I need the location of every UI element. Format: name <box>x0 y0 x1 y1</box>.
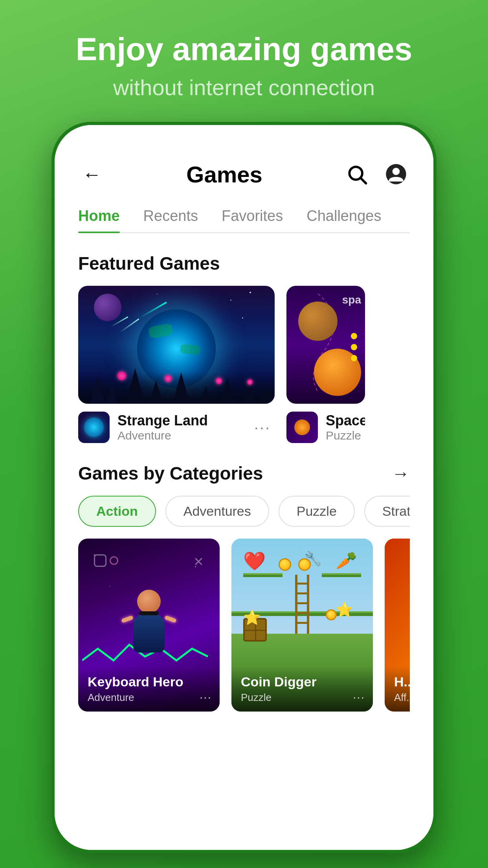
space-name: Space <box>326 412 365 429</box>
game-card-coin-digger[interactable]: ❤️ 🥕 <box>231 539 373 712</box>
phone-frame: ← Games <box>51 122 437 853</box>
coin-digger-image: ❤️ 🥕 <box>231 539 373 712</box>
category-chips: Action Adventures Puzzle Strategy <box>78 496 410 527</box>
strange-land-thumb-bg <box>78 412 110 443</box>
app-title: Games <box>186 161 262 188</box>
app-content: ← Games <box>55 125 433 850</box>
star-icon-2: ⭐ <box>336 601 353 618</box>
search-button[interactable] <box>343 160 371 188</box>
food-coin-1 <box>351 333 357 339</box>
strange-land-more-button[interactable]: ··· <box>250 416 275 439</box>
space-category: Puzzle <box>326 429 365 442</box>
keyboard-hero-overlay-name: Keyboard Hero <box>88 674 210 690</box>
categories-arrow-button[interactable]: → <box>392 463 410 484</box>
profile-icon <box>385 163 407 185</box>
category-chip-action[interactable]: Action <box>78 496 156 527</box>
coin-digger-overlay-name: Coin Digger <box>241 674 363 690</box>
strange-land-info: Strange Land Adventure ··· <box>78 412 275 443</box>
hero-subtitle: without internet connection <box>24 75 464 100</box>
category-games-grid: ✕ <box>78 539 410 712</box>
heart-icon: ❤️ <box>243 550 266 572</box>
svg-point-3 <box>393 168 400 175</box>
pink-dot-1 <box>117 371 126 380</box>
tab-recents[interactable]: Recents <box>143 208 198 232</box>
featured-scroll[interactable]: Strange Land Adventure ··· spa <box>78 286 410 443</box>
featured-section-header: Featured Games <box>78 253 410 274</box>
strange-land-bg <box>78 286 275 404</box>
back-button[interactable]: ← <box>78 160 106 188</box>
svg-line-1 <box>361 178 366 184</box>
third-game-overlay: H... Aff... <box>385 666 410 712</box>
keyboard-hero-image: ✕ <box>78 539 220 712</box>
category-chip-adventures[interactable]: Adventures <box>165 496 269 527</box>
kh-x-icon: ✕ <box>193 554 204 569</box>
pink-dot-3 <box>216 378 222 384</box>
pink-dot-2 <box>165 375 172 382</box>
phone-inner: ← Games <box>55 125 433 850</box>
kh-square-icon <box>94 554 106 567</box>
profile-button[interactable] <box>382 160 410 188</box>
space-thumb <box>286 412 318 443</box>
coin-3 <box>326 609 337 620</box>
coin-digger-more-button[interactable]: ··· <box>353 690 365 704</box>
space-game-info: Space Puzzle <box>286 412 365 443</box>
hero-section: Enjoy amazing games without internet con… <box>0 31 488 100</box>
tab-bar: Home Recents Favorites Challenges <box>78 208 410 233</box>
tab-home[interactable]: Home <box>78 208 120 232</box>
coin-digger-overlay: Coin Digger Puzzle ··· <box>231 666 373 712</box>
coin-digger-overlay-cat: Puzzle <box>241 691 363 704</box>
keyboard-hero-more-button[interactable]: ··· <box>200 690 212 704</box>
small-planet <box>94 294 121 321</box>
tab-favorites[interactable]: Favorites <box>222 208 283 232</box>
keyboard-hero-overlay: Keyboard Hero Adventure ··· <box>78 666 220 712</box>
featured-card-space[interactable]: spa <box>286 286 365 443</box>
strange-land-image <box>78 286 275 404</box>
third-game-name: H... <box>394 674 410 690</box>
strange-land-thumb <box>78 412 110 443</box>
kh-circle-icon <box>110 556 118 565</box>
featured-title: Featured Games <box>78 253 220 274</box>
strange-land-name: Strange Land <box>117 412 208 429</box>
app-header: ← Games <box>78 149 410 188</box>
tab-challenges[interactable]: Challenges <box>306 208 381 232</box>
space-food-image: spa <box>286 286 365 404</box>
food-coin-3 <box>351 355 357 361</box>
space-thumb-bg <box>286 412 318 443</box>
fruit-icon: 🥕 <box>336 550 357 571</box>
pink-dot-4 <box>247 379 253 385</box>
star-icon: ⭐ <box>243 609 261 626</box>
game-card-keyboard-hero[interactable]: ✕ <box>78 539 220 712</box>
category-chip-strategy[interactable]: Strategy <box>364 496 410 527</box>
strange-land-meta: Strange Land Adventure <box>117 412 250 442</box>
category-chip-puzzle[interactable]: Puzzle <box>279 496 355 527</box>
food-coin-2 <box>351 344 357 350</box>
categories-title: Games by Categories <box>78 463 263 484</box>
strange-land-category: Adventure <box>117 429 208 442</box>
search-icon <box>346 163 368 185</box>
tool-icon: 🔧 <box>304 550 322 567</box>
header-icons <box>343 160 410 188</box>
space-food-bg: spa <box>286 286 365 404</box>
third-game-image: H... Aff... <box>385 539 410 712</box>
back-arrow-icon: ← <box>83 164 101 185</box>
third-game-cat: Aff... <box>394 691 410 704</box>
categories-section-header: Games by Categories → <box>78 463 410 484</box>
coin-1 <box>279 558 291 571</box>
keyboard-hero-overlay-cat: Adventure <box>88 691 210 704</box>
hero-title: Enjoy amazing games <box>24 31 464 67</box>
featured-card-strange-land[interactable]: Strange Land Adventure ··· <box>78 286 275 443</box>
planet-brown-top <box>298 302 338 341</box>
game-card-third[interactable]: H... Aff... <box>385 539 410 712</box>
hero-character <box>133 590 165 653</box>
